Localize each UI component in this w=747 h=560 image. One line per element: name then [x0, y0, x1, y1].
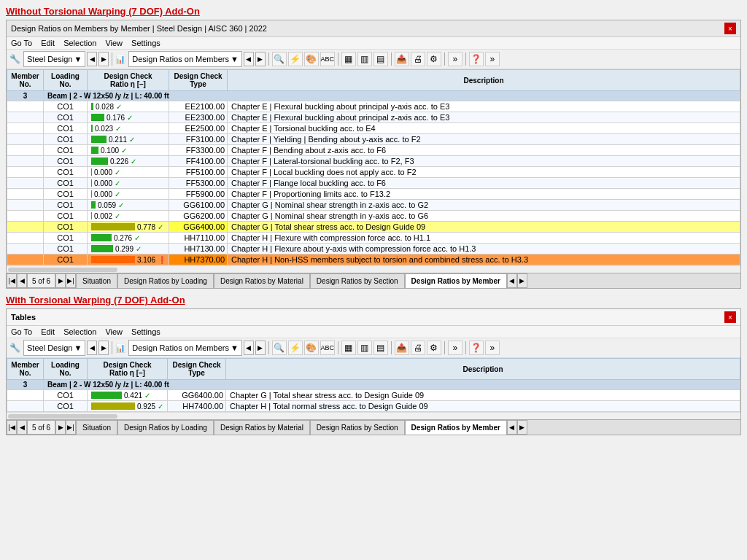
bottom-close-button[interactable]: × — [724, 311, 736, 323]
top-dropdown2[interactable]: Design Ratios on Members ▼ — [128, 51, 242, 67]
table-row[interactable]: CO10.000 ✓FF5300.00Chapter F | Flange lo… — [7, 178, 740, 189]
bottom-menu-settings[interactable]: Settings — [131, 327, 160, 336]
bottom-col-icon[interactable]: ▥ — [357, 341, 372, 355]
tab-next[interactable]: ▶ — [55, 273, 66, 288]
bottom-tab-by-section[interactable]: Design Ratios by Section — [310, 420, 405, 435]
bottom-tab-next[interactable]: ▶ — [55, 420, 66, 435]
bottom-scrollbar-track — [8, 414, 117, 419]
bottom-export-icon[interactable]: 📤 — [395, 341, 409, 355]
table-row[interactable]: CO13.106 ❗HH7370.00Chapter H | Non-HSS m… — [7, 254, 740, 265]
toolbar-prev2[interactable]: ◀ — [244, 52, 254, 66]
bottom-col-header-loading: LoadingNo. — [44, 359, 88, 380]
top-scrollbar[interactable] — [7, 265, 740, 273]
table-row[interactable]: CO10.778 ✓GG6400.00Chapter G | Total she… — [7, 222, 740, 233]
tab-last[interactable]: ▶| — [66, 273, 76, 288]
description-cell: Chapter F | Lateral-torsional buckling a… — [228, 156, 740, 167]
bottom-row-icon[interactable]: ▤ — [374, 341, 388, 355]
tab-scroll-right[interactable]: ▶ — [517, 273, 527, 288]
menu-goto[interactable]: Go To — [11, 39, 32, 47]
help-icon[interactable]: ❓ — [469, 52, 484, 66]
bottom-toolbar-prev1[interactable]: ◀ — [87, 341, 97, 355]
table-row[interactable]: CO10.176 ✓EE2300.00Chapter E | Flexural … — [7, 112, 740, 123]
print-icon[interactable]: 🖨 — [411, 52, 425, 66]
bottom-menu-view[interactable]: View — [105, 327, 123, 336]
table-row[interactable]: CO10.000 ✓FF5900.00Chapter F | Proportio… — [7, 189, 740, 200]
row-icon[interactable]: ▤ — [374, 52, 388, 66]
table-row[interactable]: CO10.000 ✓FF5100.00Chapter F | Local buc… — [7, 167, 740, 178]
col-header-check: Design CheckType — [169, 70, 228, 91]
bottom-tab-situation[interactable]: Situation — [76, 420, 117, 435]
toolbar-next2[interactable]: ▶ — [255, 52, 266, 66]
ratio-cell: 0.000 ✓ — [88, 178, 169, 189]
abc-icon[interactable]: ABC — [320, 52, 335, 66]
bottom-tab-last[interactable]: ▶| — [66, 420, 76, 435]
bottom-dropdown2[interactable]: Design Ratios on Members ▼ — [128, 340, 242, 356]
bottom-abc-icon[interactable]: ABC — [320, 341, 335, 355]
bottom-more-icon[interactable]: » — [448, 341, 462, 355]
settings-icon[interactable]: ⚙ — [427, 52, 441, 66]
bottom-scrollbar[interactable] — [7, 412, 740, 419]
bottom-tab-by-member[interactable]: Design Ratios by Member — [405, 420, 507, 435]
bottom-tab-first[interactable]: |◀ — [7, 420, 17, 435]
bottom-print-icon[interactable]: 🖨 — [411, 341, 425, 355]
tab-by-member[interactable]: Design Ratios by Member — [405, 273, 507, 288]
toolbar-next1[interactable]: ▶ — [98, 52, 109, 66]
bottom-table-icon[interactable]: ▦ — [341, 341, 356, 355]
table-row[interactable]: CO10.211 ✓FF3100.00Chapter F | Yielding … — [7, 134, 740, 145]
bottom-menu-goto[interactable]: Go To — [11, 327, 32, 336]
bottom-filter-icon[interactable]: ⚡ — [288, 341, 303, 355]
table-row[interactable]: CO10.276 ✓HH7110.00Chapter H | Flexure w… — [7, 233, 740, 244]
bottom-toolbar-prev2[interactable]: ◀ — [244, 341, 254, 355]
filter-icon[interactable]: ⚡ — [288, 52, 303, 66]
export-icon[interactable]: 📤 — [395, 52, 409, 66]
menu-edit[interactable]: Edit — [41, 39, 55, 47]
toolbar-sep6 — [465, 52, 466, 66]
table-row[interactable]: CO10.028 ✓EE2100.00Chapter E | Flexural … — [7, 101, 740, 112]
bottom-tab-by-material[interactable]: Design Ratios by Material — [214, 420, 310, 435]
bottom-help-icon[interactable]: ❓ — [469, 341, 484, 355]
tab-prev[interactable]: ◀ — [17, 273, 27, 288]
table-row[interactable]: CO10.100 ✓FF3300.00Chapter F | Bending a… — [7, 145, 740, 156]
table-row[interactable]: CO10.299 ✓HH7130.00Chapter H | Flexure a… — [7, 244, 740, 254]
toolbar-prev1[interactable]: ◀ — [87, 52, 97, 66]
menu-view[interactable]: View — [105, 39, 123, 47]
table-row[interactable]: CO10.059 ✓GG6100.00Chapter G | Nominal s… — [7, 200, 740, 211]
color-icon[interactable]: 🎨 — [304, 52, 319, 66]
top-close-button[interactable]: × — [724, 23, 736, 34]
table-row[interactable]: CO10.023 ✓EE2500.00Chapter E | Torsional… — [7, 123, 740, 134]
tab-scroll-left[interactable]: ◀ — [507, 273, 517, 288]
bottom-toolbar-next2[interactable]: ▶ — [255, 341, 266, 355]
bottom-color-icon[interactable]: 🎨 — [304, 341, 319, 355]
tab-situation[interactable]: Situation — [76, 273, 117, 288]
more-icon[interactable]: » — [448, 52, 462, 66]
bottom-tab-prev[interactable]: ◀ — [17, 420, 27, 435]
bottom-menu-selection[interactable]: Selection — [63, 327, 96, 336]
table-row[interactable]: CO10.002 ✓GG6200.00Chapter G | Nominal s… — [7, 211, 740, 222]
table-row[interactable]: CO10.421 ✓GG6400.00Chapter G | Total she… — [7, 390, 740, 401]
bottom-toolbar-sep5 — [444, 341, 445, 354]
tab-by-section[interactable]: Design Ratios by Section — [310, 273, 405, 288]
table-icon[interactable]: ▦ — [341, 52, 356, 66]
tab-by-material[interactable]: Design Ratios by Material — [214, 273, 310, 288]
top-dropdown1[interactable]: Steel Design ▼ — [23, 51, 85, 67]
bottom-tab-scroll-left[interactable]: ◀ — [507, 420, 517, 435]
bottom-toolbar-next1[interactable]: ▶ — [98, 341, 109, 355]
table-row[interactable]: CO10.925 ✓HH7400.00Chapter H | Total nor… — [7, 401, 740, 412]
bottom-settings-icon[interactable]: ⚙ — [427, 341, 441, 355]
bottom-more2-icon[interactable]: » — [485, 341, 500, 355]
tab-by-loading[interactable]: Design Ratios by Loading — [117, 273, 214, 288]
col-icon[interactable]: ▥ — [357, 52, 372, 66]
menu-selection[interactable]: Selection — [63, 39, 96, 47]
loading-cell: CO1 — [44, 167, 88, 178]
bottom-dropdown1[interactable]: Steel Design ▼ — [23, 340, 85, 356]
bottom-tab-by-loading[interactable]: Design Ratios by Loading — [117, 420, 214, 435]
tab-first[interactable]: |◀ — [7, 273, 17, 288]
top-table: MemberNo. LoadingNo. Design CheckRatio η… — [7, 69, 740, 265]
table-row[interactable]: CO10.226 ✓FF4100.00Chapter F | Lateral-t… — [7, 156, 740, 167]
menu-settings[interactable]: Settings — [131, 39, 160, 47]
bottom-tab-scroll-right[interactable]: ▶ — [517, 420, 527, 435]
bottom-search-icon[interactable]: 🔍 — [272, 341, 287, 355]
search-icon[interactable]: 🔍 — [272, 52, 287, 66]
more2-icon[interactable]: » — [485, 52, 500, 66]
bottom-menu-edit[interactable]: Edit — [41, 327, 55, 336]
